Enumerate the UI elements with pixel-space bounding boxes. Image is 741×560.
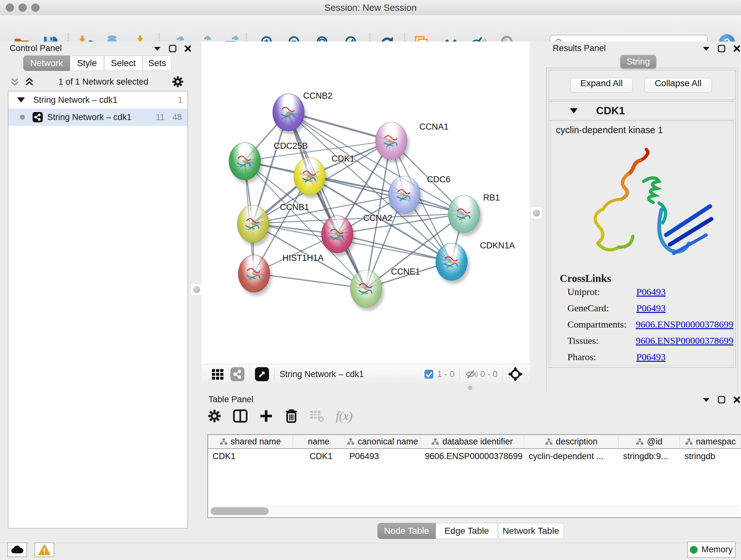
show-columns-icon[interactable] [233, 409, 248, 423]
panel-float-icon[interactable] [702, 44, 711, 53]
column-header-description[interactable]: description [524, 435, 619, 448]
network-node-ccna1[interactable] [375, 122, 407, 160]
network-share-icon [32, 112, 43, 122]
node-label-cdc25b: CDC25B [274, 141, 308, 151]
network-share-view-icon[interactable] [230, 367, 245, 381]
table-options-gear-icon[interactable] [207, 409, 221, 423]
tab-network[interactable]: Network [23, 56, 70, 71]
network-options-gear-icon[interactable] [172, 76, 184, 88]
protein-name: CDK1 [596, 105, 625, 117]
horizontal-scrollbar[interactable] [209, 506, 739, 516]
crosslink-row: Compartments: 9606.ENSP00000378699 [567, 319, 733, 330]
node-label-ccna1: CCNA1 [419, 122, 449, 132]
tree-column-icon [431, 438, 439, 445]
table-cell[interactable]: CDK1 [208, 449, 293, 463]
network-node-cdc6[interactable] [388, 176, 420, 213]
column-header--id[interactable]: @id [618, 435, 680, 448]
table-cell[interactable]: 9606.ENSP00000378699 [420, 449, 524, 463]
network-node-rb1[interactable] [448, 195, 480, 233]
table-cell[interactable]: stringdb [680, 449, 741, 463]
panel-float-icon[interactable] [153, 44, 161, 53]
column-header-namespac[interactable]: namespac [680, 435, 741, 448]
hidden-eye-icon[interactable] [465, 368, 478, 380]
birds-eye-view-icon[interactable] [255, 367, 269, 381]
column-header-database-identifier[interactable]: database identifier [420, 435, 524, 448]
network-node-cdk1[interactable] [293, 158, 326, 195]
protein-description: cyclin-dependent kinase 1 [551, 121, 733, 135]
collapse-section-icon[interactable] [570, 108, 578, 113]
memory-button[interactable]: Memory [687, 542, 736, 558]
main-toolbar: ? [0, 15, 741, 42]
network-node-ccna2[interactable] [321, 215, 353, 253]
crosslink-row: Uniprot: P06493 [567, 287, 733, 297]
table-cell[interactable]: P06493 [345, 449, 421, 463]
horizontal-scrollbar-thumb[interactable] [211, 507, 269, 515]
panel-float-icon[interactable] [702, 395, 711, 404]
collection-count: 1 [178, 95, 183, 105]
add-column-icon[interactable] [259, 409, 273, 423]
tissues-link[interactable]: 9606.ENSP00000378699 [636, 335, 733, 346]
panel-close-icon[interactable] [733, 395, 741, 404]
tab-sets[interactable]: Sets [143, 56, 172, 71]
network-row[interactable]: String Network – cdk1 11 48 [8, 109, 188, 126]
horizontal-splitter-handle[interactable] [467, 386, 474, 390]
tab-select[interactable]: Select [104, 56, 143, 71]
cloud-button[interactable] [7, 543, 27, 557]
function-builder-icon[interactable]: f(x) [336, 409, 353, 423]
network-canvas[interactable]: CCNB2CCNA1CDC25BCDK1CDC6RB1CCNB1CCNA2CDK… [202, 42, 530, 364]
collapse-triangle-icon[interactable] [17, 98, 25, 103]
left-splitter-handle[interactable] [191, 284, 203, 296]
table-cell[interactable]: stringdb:9... [618, 449, 680, 463]
network-node-ccne1[interactable] [350, 270, 382, 307]
selected-checkbox-icon[interactable] [424, 369, 434, 379]
table-cell[interactable]: cyclin-dependent ... [524, 449, 619, 463]
tab-style[interactable]: Style [70, 56, 104, 71]
column-header-shared-name[interactable]: shared name [208, 435, 293, 448]
compartments-link[interactable]: 9606.ENSP00000378699 [636, 319, 733, 330]
node-label-cdc6: CDC6 [427, 175, 451, 185]
node-label-cdkn1a: CDKN1A [480, 241, 515, 251]
network-selection-status: 1 of 1 Network selected [35, 77, 172, 87]
right-splitter-handle[interactable] [530, 207, 542, 219]
panel-close-icon[interactable] [733, 44, 741, 53]
warnings-button[interactable] [35, 543, 54, 557]
expand-all-networks-icon[interactable] [23, 76, 35, 87]
network-node-hist1h1a[interactable] [238, 255, 270, 293]
crosslinks-heading: CrossLinks [560, 273, 733, 285]
memory-status-dot [690, 546, 697, 554]
genecard-link[interactable]: P06493 [636, 303, 666, 314]
network-node-ccnb2[interactable] [273, 94, 305, 131]
panel-maximize-icon[interactable] [169, 44, 177, 53]
expand-all-button[interactable]: Expand All [570, 78, 633, 92]
network-node-cdc25b[interactable] [229, 142, 261, 180]
fit-position-icon[interactable] [508, 367, 523, 381]
collapse-all-networks-icon[interactable] [9, 76, 20, 87]
window-title: Session: New Session [0, 3, 741, 13]
node-label-rb1: RB1 [483, 193, 500, 203]
control-panel: Control Panel Network Style Select Sets … [0, 42, 191, 532]
network-tree: String Network – cdk1 1 String Network –… [8, 91, 188, 528]
table-cell[interactable]: CDK1 [293, 449, 345, 463]
network-node-cdkn1a[interactable] [435, 243, 468, 281]
tab-network-table[interactable]: Network Table [498, 523, 564, 539]
uniprot-link[interactable]: P06493 [636, 287, 666, 297]
delete-table-icon[interactable] [310, 410, 324, 422]
tree-column-icon [685, 438, 693, 445]
tab-node-table[interactable]: Node Table [378, 523, 435, 539]
network-collection-row[interactable]: String Network – cdk1 1 [8, 91, 188, 109]
panel-maximize-icon[interactable] [718, 44, 726, 53]
column-header-name[interactable]: name [293, 435, 345, 448]
collapse-all-button[interactable]: Collapse All [644, 78, 712, 92]
delete-column-icon[interactable] [285, 409, 298, 423]
panel-maximize-icon[interactable] [718, 395, 726, 404]
network-current-dot [20, 115, 25, 120]
tab-string[interactable]: String [620, 55, 656, 68]
network-node-ccnb1[interactable] [237, 205, 269, 243]
column-header-canonical-name[interactable]: canonical name [345, 435, 421, 448]
grid-view-icon[interactable] [211, 368, 224, 381]
network-node-count: 11 [156, 112, 165, 122]
memory-label: Memory [701, 545, 733, 555]
pharos-link[interactable]: P06493 [636, 352, 666, 362]
tab-edge-table[interactable]: Edge Table [435, 523, 498, 539]
table-row[interactable]: CDK1CDK1P064939606.ENSP00000378699cyclin… [208, 449, 741, 463]
